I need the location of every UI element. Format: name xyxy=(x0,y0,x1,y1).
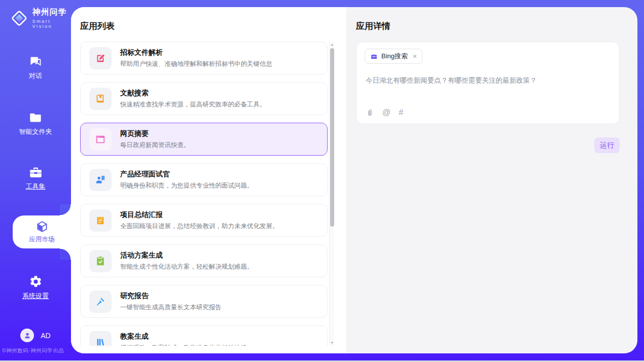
edit-square-icon xyxy=(95,53,106,64)
app-description: 每日政府新闻资讯快查。 xyxy=(120,141,190,150)
scrollbar[interactable]: ▲ ▼ xyxy=(329,42,334,346)
main-content: 应用列表 招标文件解析帮助用户快速、准确地理解和解析招标书中的关键信息文献搜索快… xyxy=(71,7,637,353)
app-icon-tile xyxy=(89,250,112,272)
brand-name: 神州问学 xyxy=(32,7,71,18)
hash-icon[interactable]: # xyxy=(399,108,403,117)
app-card[interactable]: 文献搜索快速精准查找学术资源，提高研究效率的必备工具。 xyxy=(80,82,328,115)
app-name: 项目总结汇报 xyxy=(120,210,279,220)
sidebar-item-folder[interactable]: 智能文件夹 xyxy=(0,111,71,136)
app-card[interactable]: 活动方案生成智能生成个性化活动方案，轻松解决规划难题。 xyxy=(80,244,328,277)
brand-logo: 神州问学 Smart Vision xyxy=(10,7,71,29)
app-description: 明确身份和职责，为您提供专业性的面试问题。 xyxy=(120,182,254,190)
scrollbar-thumb[interactable] xyxy=(330,48,334,227)
app-card[interactable]: 网页摘要每日政府新闻资讯快查。 xyxy=(80,123,328,156)
interviewer-icon xyxy=(95,174,106,186)
scroll-down-icon[interactable]: ▼ xyxy=(330,340,334,346)
browser-code-icon xyxy=(95,134,106,145)
app-card[interactable]: 教案生成模板驱动，教案秒成，教学准备从此轻松快捷 xyxy=(80,325,328,346)
app-description: 一键智能生成高质量长文本研究报告 xyxy=(120,303,222,312)
toolbox-icon xyxy=(29,165,43,179)
diamond-logo-icon xyxy=(10,9,28,28)
app-list-viewport: 招标文件解析帮助用户快速、准确地理解和解析招标书中的关键信息文献搜索快速精准查找… xyxy=(80,42,334,346)
app-name: 招标文件解析 xyxy=(120,48,272,57)
app-icon-tile xyxy=(89,331,112,346)
sidebar-item-label: 工具集 xyxy=(0,182,71,191)
at-icon[interactable]: @ xyxy=(382,108,390,117)
sidebar-item-cube[interactable]: 应用市场 xyxy=(13,215,71,248)
book-icon xyxy=(95,93,106,104)
sidebar-item-label: 应用市场 xyxy=(13,235,71,244)
sidebar-item-toolbox[interactable]: 工具集 xyxy=(0,165,71,191)
person-icon xyxy=(23,332,31,340)
app-description: 全面回顾项目进展，总结经验教训，助力未来优化发展。 xyxy=(120,222,279,231)
paperclip-icon[interactable] xyxy=(366,108,374,117)
app-name: 网页摘要 xyxy=(120,129,190,138)
books-icon xyxy=(95,337,106,346)
brand-subtitle: Smart Vision xyxy=(32,19,71,29)
app-card[interactable]: 项目总结汇报全面回顾项目进展，总结经验教训，助力未来优化发展。 xyxy=(80,204,328,237)
app-card[interactable]: 研究报告一键智能生成高质量长文本研究报告 xyxy=(80,285,328,318)
cube-icon xyxy=(35,220,49,233)
app-name: 研究报告 xyxy=(120,292,222,301)
sidebar-item-label: 对话 xyxy=(0,71,71,81)
tool-tag-bing-search[interactable]: Bing搜索 × xyxy=(365,49,422,64)
scroll-up-icon[interactable]: ▲ xyxy=(330,42,334,48)
app-card[interactable]: 招标文件解析帮助用户快速、准确地理解和解析招标书中的关键信息 xyxy=(80,42,328,75)
app-name: 活动方案生成 xyxy=(120,251,254,260)
app-icon-tile xyxy=(89,88,112,110)
app-icon-tile xyxy=(89,291,112,313)
avatar xyxy=(20,329,34,342)
briefcase-icon xyxy=(370,53,378,60)
app-description: 快速精准查找学术资源，提高研究效率的必备工具。 xyxy=(120,100,266,109)
sidebar-item-gear[interactable]: 系统设置 xyxy=(0,275,71,301)
tag-close-icon[interactable]: × xyxy=(413,53,417,60)
app-list-panel: 应用列表 招标文件解析帮助用户快速、准确地理解和解析招标书中的关键信息文献搜索快… xyxy=(71,7,346,353)
pen-icon xyxy=(95,296,106,307)
sidebar: 神州问学 Smart Vision 对话智能文件夹工具集应用市场系统设置 AD … xyxy=(0,0,71,362)
app-name: 文献搜索 xyxy=(120,89,266,98)
app-name: 产品经理面试官 xyxy=(120,170,254,179)
composer-toolbar: @ # xyxy=(366,108,403,117)
app-detail-title: 应用详情 xyxy=(356,20,390,32)
prompt-input[interactable]: 今日湖北有哪些新闻要点？有哪些需要关注的最新政策？ xyxy=(366,76,609,85)
prompt-card: Bing搜索 × 今日湖北有哪些新闻要点？有哪些需要关注的最新政策？ @ # xyxy=(356,42,620,124)
app-description: 帮助用户快速、准确地理解和解析招标书中的关键信息 xyxy=(120,60,272,68)
gear-icon xyxy=(29,275,43,288)
sidebar-item-label: 系统设置 xyxy=(0,292,71,301)
notepad-icon xyxy=(95,215,106,226)
app-card[interactable]: 产品经理面试官明确身份和职责，为您提供专业性的面试问题。 xyxy=(80,163,328,196)
app-name: 教案生成 xyxy=(120,332,247,341)
run-button[interactable]: 运行 xyxy=(594,137,620,153)
sidebar-item-label: 智能文件夹 xyxy=(0,127,71,136)
clipboard-check-icon xyxy=(95,256,106,267)
chat-icon xyxy=(29,55,43,68)
app-icon-tile xyxy=(89,128,112,151)
copyright-footer: ©神州数码·神州问学出品 xyxy=(0,347,76,354)
sidebar-item-chat[interactable]: 对话 xyxy=(0,55,71,81)
app-icon-tile xyxy=(89,169,112,191)
app-list-title: 应用列表 xyxy=(80,20,115,32)
user-account[interactable]: AD xyxy=(0,329,71,342)
app-icon-tile xyxy=(89,209,112,232)
app-description: 模板驱动，教案秒成，教学准备从此轻松快捷 xyxy=(120,344,247,346)
app-icon-tile xyxy=(89,47,112,69)
app-description: 智能生成个性化活动方案，轻松解决规划难题。 xyxy=(120,263,254,271)
tool-tag-label: Bing搜索 xyxy=(381,52,408,61)
user-name: AD xyxy=(41,332,50,340)
folder-icon xyxy=(29,111,43,124)
